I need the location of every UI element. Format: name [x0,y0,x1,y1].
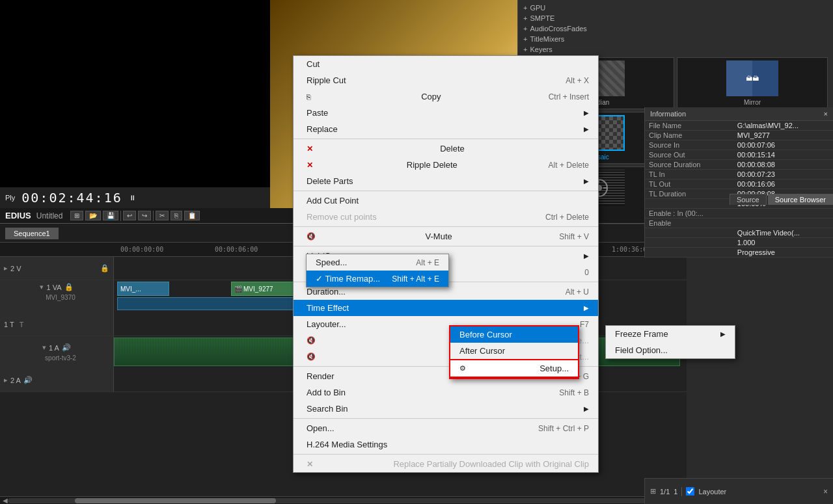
new-seq-icon[interactable]: ⊞ [70,211,83,220]
clip-mvi[interactable]: MVI_... [117,282,169,296]
cm-cut[interactable]: Cut [294,56,598,72]
submenu-time-effect: Speed... Alt + E ✓ Time Remap... Shift +… [306,254,449,287]
info-key: TL In [645,170,733,179]
sub-field-option-label: Field Option... [615,345,668,355]
timecode-bar: Ply 00:02:44:16 ⏸ [0,187,270,208]
track-expand-icon: ▸ [4,264,8,272]
cm-ripple-cut[interactable]: Ripple Cut Alt + X [294,72,598,88]
layouter-icon: ⊞ [650,487,656,496]
track-expand-icon: ▾ [40,283,44,291]
track-lock-icon[interactable]: 🔒 [64,283,74,291]
track-name-1t: 1 T [4,321,14,328]
sub-after-cursor[interactable]: After Cursor [450,343,578,359]
cm-open[interactable]: Open... Shift + Ctrl + P [294,420,598,436]
scroll-thumb[interactable] [75,498,276,503]
cm-remove-cut-points-shortcut: Ctrl + Delete [545,213,589,222]
expand-icon: + [523,46,527,53]
cm-ripple-delete-label: Ripple Delete [407,160,457,170]
scroll-track[interactable] [8,498,679,503]
cm-delete-parts[interactable]: Delete Parts [294,173,598,189]
sequence-tab-label: Sequence1 [14,230,50,237]
tree-item-gpu[interactable]: + GPU [521,3,830,13]
cm-copy[interactable]: ⎘ Copy Ctrl + Insert [294,88,598,105]
sub-freeze-frame[interactable]: Freeze Frame [606,326,735,342]
cm-paste[interactable]: Paste [294,105,598,121]
track-expand-icon: ▸ [4,376,8,384]
close-icon[interactable]: × [824,110,828,118]
tree-item-label: AudioCrossFades [530,25,586,33]
cm-time-effect[interactable]: Time Effect [294,300,598,316]
edius-logo: EDIUS [5,211,31,220]
cut-icon[interactable]: ✂ [156,211,169,220]
effect-thumb-mirror: 🏔🏔 [726,60,778,96]
sub-speed[interactable]: Speed... Alt + E [307,254,448,271]
layouter-checkbox[interactable] [686,487,694,496]
info-val: 00:00:08:08 [733,160,833,170]
cm-copy-shortcut: Ctrl + Insert [549,92,589,101]
tab-source-label: Source [737,196,759,204]
info-key [645,228,733,238]
cm-add-to-bin-label: Add to Bin [307,388,346,397]
info-panel-header: Information × [645,107,833,121]
cm-add-cut-point[interactable]: Add Cut Point [294,192,598,209]
close-icon-2[interactable]: × [823,487,828,496]
cm-render-label: Render [307,371,335,381]
redo-icon[interactable]: ↪ [138,211,151,220]
pause-icon: ⏸ [129,194,136,202]
clip-icon: 🎬 [234,285,242,293]
track-volume-icon[interactable]: 🔊 [62,343,71,352]
cm-h264-settings[interactable]: H.264 Media Settings [294,436,598,453]
copy-icon-cm: ⎘ [307,93,311,101]
toolbar-icons: ⊞ 📂 💾 ↩ ↪ ✂ ⎘ 📋 [70,211,200,221]
cm-ripple-delete-shortcut: Alt + Delete [549,161,589,170]
track-volume-icon-2[interactable]: 🔊 [23,376,33,384]
sub-setup[interactable]: ⚙ Setup... [449,359,579,378]
cm-ripple-delete[interactable]: ✕ Ripple Delete Alt + Delete [294,157,598,173]
track-lock-icon[interactable]: 🔒 [100,264,109,272]
sub-setup-label: Setup... [539,364,569,373]
scroll-left-arrow[interactable]: ◀ [3,497,8,504]
sub-field-option[interactable]: Field Option... [606,342,735,358]
cm-replace[interactable]: Replace [294,121,598,137]
sequence-tab[interactable]: Sequence1 [5,228,59,239]
info-key [645,248,733,258]
track-header-1a: ▾ 1 A 🔊 [42,343,71,352]
info-val: MVI_9277 [733,131,833,140]
cm-add-to-bin-shortcut: Shift + B [559,388,589,397]
cm-v-mute-label: V-Mute [426,232,452,241]
tree-item-smpte[interactable]: + SMPTE [521,13,830,23]
track-label-1va: ▾ 1 VA 🔒 MVI_9370 [0,280,114,313]
tab-source[interactable]: Source [730,194,767,205]
track-name-2v: 2 V [10,265,21,272]
sep [120,211,121,221]
source-browser-tabs: Source Source Browser [644,194,833,205]
tree-item-audio-crossfades[interactable]: + AudioCrossFades [521,23,830,34]
paste-icon[interactable]: 📋 [184,211,200,220]
tree-item-title-mixers[interactable]: + TitleMixers [521,34,830,44]
expand-icon: + [523,25,527,33]
tab-bar: Source Source Browser [730,194,833,205]
layouter-count: 1 [674,488,677,496]
project-name: Untitled [36,211,63,220]
sub-before-cursor[interactable]: Before Cursor [450,326,578,343]
tab-source-browser[interactable]: Source Browser [768,194,833,205]
copy-icon2[interactable]: ⎘ [171,211,182,220]
x-icon-ripple-delete: ✕ [307,161,313,170]
effect-tile-mirror[interactable]: 🏔🏔 Mirror [677,57,828,109]
open-icon[interactable]: 📂 [85,211,101,220]
cm-search-bin-label: Search Bin [307,404,348,414]
save-icon[interactable]: 💾 [103,211,118,220]
sub-time-remap-shortcut: Shift + Alt + E [392,274,439,284]
tab-source-browser-label: Source Browser [775,196,826,204]
timeline-scrollbar[interactable]: ◀ ▶ [0,496,687,504]
play-indicator: Ply [5,194,15,202]
tree-item-keyers[interactable]: + Keyers [521,44,830,55]
sub-time-remap[interactable]: ✓ Time Remap... Shift + Alt + E [307,271,448,287]
cm-add-to-bin[interactable]: Add to Bin Shift + B [294,384,598,401]
cm-delete[interactable]: ✕ Delete [294,140,598,157]
cm-search-bin[interactable]: Search Bin [294,401,598,417]
track-name-2a: 2 A [10,377,21,384]
preview-left: Ply 00:02:44:16 ⏸ [0,0,270,208]
cm-v-mute[interactable]: 🔇 V-Mute Shift + V [294,228,598,245]
undo-icon[interactable]: ↩ [123,211,136,220]
